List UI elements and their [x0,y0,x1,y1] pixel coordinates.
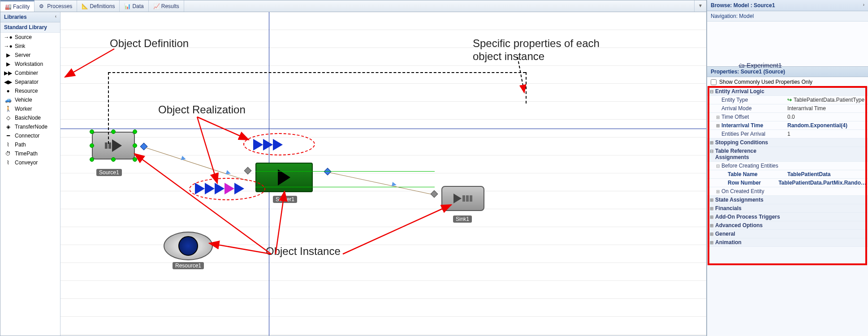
server-label: Server1 [273,196,297,203]
results-icon: 📈 [153,3,160,9]
prop-row[interactable]: Arrival ModeInterarrival Time [707,104,868,113]
collapse-icon[interactable]: ‹ [55,14,56,20]
source-icon: →● [4,34,12,40]
prop-row[interactable]: ⊟Entity Arrival Logic [707,87,868,96]
vehicle-icon: 🚙 [4,97,12,103]
right-panel: Browse: Model : Source1 › Navigation: Mo… [707,0,868,336]
lib-item-transfernode[interactable]: ◈TransferNode [0,122,60,131]
queue-line [255,187,435,187]
dashed-guide-right [526,72,527,103]
chevron-down-icon: ▼ [698,3,703,8]
tab-definitions[interactable]: 📐Definitions [77,0,120,12]
data-icon: 📊 [124,3,130,9]
lib-item-label: Connector [15,133,39,139]
prop-row[interactable]: Table NameTablePatientData [707,170,868,179]
tab-label: Results [161,3,179,9]
checkbox-label: Show Commonly Used Properties Only [719,79,812,85]
checkbox-input[interactable] [711,79,717,85]
lib-item-workstation[interactable]: ▶Workstation [0,60,60,69]
reference-icon: ↪ [787,97,792,103]
prop-row[interactable]: ⊞Add-On Process Triggers [707,213,868,221]
lib-item-label: Separator [15,79,39,85]
navigation-header[interactable]: Navigation: Model [707,11,868,22]
lib-item-vehicle[interactable]: 🚙Vehicle [0,95,60,104]
browse-header[interactable]: Browse: Model : Source1 › [707,0,868,11]
workstation-icon: ▶ [4,61,12,67]
tabs-dropdown[interactable]: ▼ [694,0,706,12]
lib-item-label: Source [15,34,32,40]
lib-item-label: Vehicle [15,97,32,103]
lib-item-worker[interactable]: 🚶Worker [0,104,60,113]
lib-item-path[interactable]: ⌇Path [0,140,60,149]
lib-item-combiner[interactable]: ▶▶Combiner [0,69,60,78]
combiner-icon: ▶▶ [4,70,12,76]
input-port[interactable] [244,167,252,175]
libraries-header[interactable]: Libraries ‹ [0,12,60,22]
prop-row[interactable]: Entities Per Arrival1 [707,130,868,138]
prop-row[interactable]: ⊞Stopping Conditions [707,138,868,147]
lib-item-label: Worker [15,106,32,112]
connector[interactable] [330,172,436,195]
source-label: Source1 [96,169,122,176]
path-icon: ⌇ [4,142,12,148]
prop-row[interactable]: ⊞State Assignments [707,196,868,204]
tab-results[interactable]: 📈Results [149,0,184,12]
lib-item-basicnode[interactable]: ◇BasicNode [0,113,60,122]
prop-row[interactable]: ⊞Interarrival TimeRandom.Exponential(4) [707,121,868,130]
sink-node[interactable] [441,186,484,211]
experiment-item[interactable]: 🗂 Experiment1 [738,62,782,69]
connector-arrow-icon [392,182,397,187]
prop-row[interactable]: ⊞Advanced Options [707,221,868,230]
prop-row[interactable]: Row NumberTablePatientData.PartMix.Rando… [707,179,868,187]
lib-item-label: Conveyor [15,159,38,166]
prop-row[interactable]: ⊟Table Reference Assignments [707,147,868,162]
definitions-icon: 📐 [82,3,88,9]
properties-header: Properties: Source1 (Source) [707,66,868,77]
lib-item-label: Path [15,142,26,148]
sink-label: Sink1 [453,215,472,223]
tab-label: Definitions [90,3,115,9]
tab-label: Data [132,3,143,9]
connector-icon: ━ [4,133,12,139]
libraries-title: Libraries [4,14,27,20]
lib-item-timepath[interactable]: ⏱TimePath [0,149,60,158]
common-props-checkbox[interactable]: Show Commonly Used Properties Only [707,77,868,87]
transfernode-icon: ◈ [4,124,12,130]
conveyor-icon: ⌇ [4,159,12,166]
prop-row[interactable]: ⊟Before Creating Entities [707,162,868,170]
lib-item-separator[interactable]: ◀▶Separator [0,78,60,86]
annotation-definition: Object Definition [110,37,189,50]
output-port[interactable] [324,168,332,176]
prop-row[interactable]: Entity Type↪TablePatientData.PatientType [707,96,868,104]
tab-processes[interactable]: ⚙Processes [35,0,77,12]
lib-item-label: TimePath [15,151,38,157]
tab-data[interactable]: 📊Data [120,0,148,12]
lib-item-connector[interactable]: ━Connector [0,131,60,140]
lib-item-source[interactable]: →●Source [0,33,60,42]
lib-item-resource[interactable]: ●Resource [0,86,60,95]
svg-line-7 [343,205,451,254]
prop-row[interactable]: ⊞General [707,230,868,238]
prop-row[interactable]: ⊞On Created Entity [707,187,868,196]
sink-icon: →● [4,43,12,49]
resource-node[interactable] [164,232,213,260]
prop-row[interactable]: ⊞Animation [707,238,868,247]
facility-canvas[interactable]: Source1 Server1 [60,12,706,336]
connector[interactable] [146,147,248,181]
lib-item-conveyor[interactable]: ⌇Conveyor [0,158,60,167]
resource-label: Resource1 [173,262,204,269]
output-port[interactable] [140,143,148,151]
lib-item-label: Workstation [15,61,43,67]
svg-line-5 [209,243,271,254]
prop-row[interactable]: ⊞Financials [707,204,868,213]
chevron-right-icon[interactable]: › [863,2,864,9]
queue-line [255,171,435,172]
libraries-sidebar: Libraries ‹ Standard Library →●Source→●S… [0,12,60,336]
standard-library-section[interactable]: Standard Library [0,22,60,33]
lib-item-server[interactable]: ▶Server [0,51,60,60]
lib-item-sink[interactable]: →●Sink [0,42,60,51]
input-port[interactable] [431,190,438,198]
tab-facility[interactable]: 🏭Facility [0,0,35,12]
resource-icon: ● [4,88,12,94]
prop-row[interactable]: ⊞Time Offset0.0 [707,113,868,121]
